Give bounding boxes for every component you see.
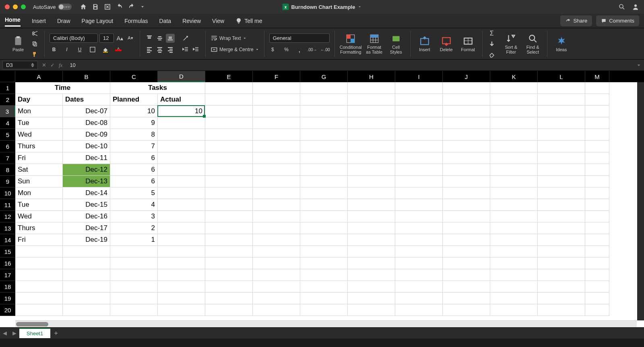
share-icon[interactable] xyxy=(104,3,111,10)
column-header[interactable]: M xyxy=(585,71,609,82)
comma-button[interactable]: , xyxy=(295,45,304,54)
cell[interactable]: Sun xyxy=(15,176,63,187)
ribbon-tab-home[interactable]: Home xyxy=(5,15,21,27)
cell[interactable] xyxy=(300,211,348,222)
cell[interactable] xyxy=(443,211,490,222)
cell[interactable] xyxy=(15,246,63,258)
cell[interactable] xyxy=(443,234,490,246)
font-name-input[interactable] xyxy=(50,33,98,43)
ribbon-tab-draw[interactable]: Draw xyxy=(57,16,70,26)
row-header[interactable]: 9 xyxy=(0,176,15,187)
cell[interactable] xyxy=(253,187,300,199)
cell[interactable] xyxy=(538,106,585,117)
cell[interactable] xyxy=(490,222,538,234)
cell[interactable] xyxy=(300,304,348,316)
align-middle-button[interactable] xyxy=(155,34,164,43)
row-header[interactable]: 15 xyxy=(0,246,15,258)
cell[interactable] xyxy=(585,222,609,234)
cell[interactable] xyxy=(443,293,490,304)
cell[interactable] xyxy=(538,304,585,316)
cell[interactable] xyxy=(585,293,609,304)
cell[interactable] xyxy=(300,106,348,117)
cell[interactable] xyxy=(538,94,585,106)
cell[interactable] xyxy=(490,106,538,117)
cell[interactable] xyxy=(63,293,110,304)
cell[interactable] xyxy=(348,222,395,234)
cell[interactable] xyxy=(443,129,490,141)
cell[interactable] xyxy=(253,141,300,152)
cell[interactable] xyxy=(63,246,110,258)
cell[interactable] xyxy=(205,258,253,269)
cell[interactable] xyxy=(490,141,538,152)
cell[interactable]: Dec-07 xyxy=(63,106,110,117)
cell[interactable] xyxy=(15,269,63,281)
row-header[interactable]: 4 xyxy=(0,117,15,129)
cell[interactable] xyxy=(300,222,348,234)
row-header[interactable]: 17 xyxy=(0,269,15,281)
insert-cells-button[interactable]: Insert xyxy=(415,36,434,52)
cell[interactable] xyxy=(395,234,443,246)
cell[interactable] xyxy=(585,129,609,141)
cell[interactable] xyxy=(205,94,253,106)
ideas-button[interactable]: Ideas xyxy=(552,36,571,52)
cell[interactable] xyxy=(490,293,538,304)
cell[interactable] xyxy=(348,187,395,199)
redo-icon[interactable] xyxy=(128,3,135,10)
cell[interactable] xyxy=(205,281,253,293)
find-select-button[interactable]: Find & Select xyxy=(524,33,542,54)
cell[interactable] xyxy=(538,117,585,129)
cell[interactable] xyxy=(585,117,609,129)
cell[interactable] xyxy=(490,164,538,176)
cell[interactable] xyxy=(443,222,490,234)
align-left-button[interactable] xyxy=(145,45,154,54)
cell[interactable]: 2 xyxy=(110,222,158,234)
cell[interactable] xyxy=(158,199,205,211)
cell[interactable] xyxy=(585,94,609,106)
cell[interactable] xyxy=(205,199,253,211)
align-center-button[interactable] xyxy=(155,45,164,54)
cell[interactable] xyxy=(300,82,348,94)
fill-color-button[interactable] xyxy=(101,45,110,54)
row-header[interactable]: 7 xyxy=(0,152,15,164)
cell[interactable] xyxy=(300,281,348,293)
cell[interactable] xyxy=(253,258,300,269)
cell[interactable]: Dec-19 xyxy=(63,234,110,246)
decrease-indent-button[interactable] xyxy=(181,45,190,54)
cell[interactable]: Mon xyxy=(15,106,63,117)
row-header[interactable]: 14 xyxy=(0,234,15,246)
cell[interactable] xyxy=(205,152,253,164)
cell[interactable] xyxy=(158,211,205,222)
cell[interactable] xyxy=(205,129,253,141)
align-bottom-button[interactable] xyxy=(166,34,175,43)
cell[interactable] xyxy=(538,258,585,269)
format-as-table-button[interactable]: Format as Table xyxy=(365,33,384,54)
cut-button[interactable] xyxy=(31,29,39,38)
row-header[interactable]: 13 xyxy=(0,222,15,234)
cell[interactable] xyxy=(538,82,585,94)
cell[interactable] xyxy=(443,176,490,187)
cell[interactable] xyxy=(348,234,395,246)
cell[interactable] xyxy=(490,269,538,281)
cell[interactable] xyxy=(205,164,253,176)
cell[interactable] xyxy=(585,187,609,199)
cell[interactable]: Thurs xyxy=(15,222,63,234)
cell[interactable] xyxy=(585,281,609,293)
close-window-button[interactable] xyxy=(5,4,10,9)
increase-decimal-button[interactable]: .00→ xyxy=(308,45,317,54)
ribbon-tab-view[interactable]: View xyxy=(212,16,224,26)
decrease-decimal-button[interactable]: ←.00 xyxy=(321,45,330,54)
underline-button[interactable]: U xyxy=(75,45,84,54)
cell[interactable] xyxy=(395,141,443,152)
vertical-scrollbar[interactable] xyxy=(637,71,644,320)
row-header[interactable]: 11 xyxy=(0,199,15,211)
cell[interactable] xyxy=(158,222,205,234)
cell[interactable] xyxy=(395,304,443,316)
cell[interactable] xyxy=(585,199,609,211)
cell[interactable] xyxy=(443,199,490,211)
cell[interactable] xyxy=(63,258,110,269)
cell[interactable] xyxy=(110,246,158,258)
cell[interactable] xyxy=(395,129,443,141)
cell[interactable] xyxy=(585,246,609,258)
tell-me[interactable]: Tell me xyxy=(235,18,262,24)
chevron-down-icon[interactable] xyxy=(357,5,361,9)
